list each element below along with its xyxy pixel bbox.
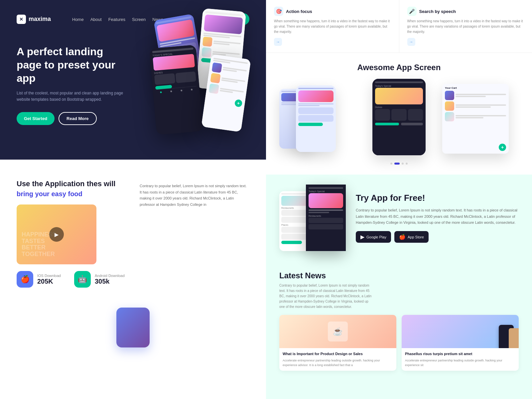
news-card-1: ☕ What is Important for Product Design o… xyxy=(279,315,396,371)
download-stats: 🍎 IOS Download 205K 🤖 Android Download 3… xyxy=(17,271,126,288)
ios-download: 🍎 IOS Download 205K xyxy=(17,271,61,288)
read-more-button[interactable]: Read More xyxy=(59,112,96,125)
google-play-icon: ▶ xyxy=(360,234,364,240)
search-by-speech-icon: 🎤 xyxy=(407,7,417,16)
android-icon: 🤖 xyxy=(74,271,91,288)
news-title: Latest News xyxy=(279,271,519,280)
ios-label: IOS Download xyxy=(37,274,61,278)
try-content: Try App for Free! Contrary to popular be… xyxy=(356,193,519,243)
action-focus-arrow[interactable]: → xyxy=(274,38,282,46)
ios-count: 205K xyxy=(37,278,61,285)
hero-section: ✕ maxima Home About Features Screen News… xyxy=(0,0,266,160)
news-card-2-title: Phasellus risus turpis pretium sit amet xyxy=(405,351,515,356)
awesome-title: Awesome App Screen xyxy=(279,63,519,72)
news-section: Latest News Contrary to popular belief, … xyxy=(266,261,532,399)
dot-2-active[interactable] xyxy=(394,163,400,165)
action-focus-desc: When something new happens, turn it into… xyxy=(274,19,391,35)
app-description: Contrary to popular belief, Lorem Ipsum … xyxy=(140,183,249,208)
left-panel: ✕ maxima Home About Features Screen News… xyxy=(0,0,266,399)
right-panel: 🎯 Action focus When something new happen… xyxy=(266,0,532,399)
ios-info: IOS Download 205K xyxy=(37,274,61,285)
search-by-speech-desc: When something new happens, turn it into… xyxy=(407,19,524,35)
logo-icon: ✕ xyxy=(17,15,26,24)
news-card-2-desc: Accelerate entrepreneur partnership lead… xyxy=(405,358,515,367)
search-by-speech-arrow[interactable]: → xyxy=(407,38,415,46)
news-card-1-image: ☕ xyxy=(279,315,396,348)
news-card-2-image xyxy=(402,315,519,348)
dot-4[interactable] xyxy=(406,163,408,165)
app-store-label: App Store xyxy=(408,235,424,239)
showcase-phone-left xyxy=(296,85,336,152)
action-focus-title: Action focus xyxy=(286,9,312,14)
bottom-phone-preview xyxy=(0,301,266,347)
showcase-phone-center: Today's Special Dishes xyxy=(372,79,426,155)
get-started-button[interactable]: Get Started xyxy=(17,112,55,125)
hero-content: A perfect landing page to preset your ap… xyxy=(17,45,130,125)
dot-3[interactable] xyxy=(402,163,404,165)
try-title: Try App for Free! xyxy=(356,193,519,203)
awesome-section: Awesome App Screen xyxy=(266,53,532,175)
nav-home[interactable]: Home xyxy=(72,17,84,22)
news-card-1-desc: Accelerate entrepreneur partnership lead… xyxy=(283,358,393,367)
showcase-phone-right: Your Cart xyxy=(442,84,509,154)
action-focus-icon: 🎯 xyxy=(274,7,283,16)
store-buttons: ▶ Google Play 🍎 App Store xyxy=(356,231,519,243)
video-thumbnail[interactable]: HAPPINESSTASTESBETTERTOGETHER ▶ xyxy=(17,204,96,264)
android-download: 🤖 Android Download 305k xyxy=(74,271,125,288)
android-info: Android Download 305k xyxy=(95,274,125,285)
hero-phones: Today's Special Dishes xyxy=(133,7,266,160)
try-description: Contrary to popular belief, Lorem Ipsum … xyxy=(356,207,519,226)
mini-phone xyxy=(116,308,150,347)
apple-icon: 🍎 xyxy=(17,271,33,288)
app-title: Use the Application thes will xyxy=(17,180,126,188)
news-description: Contrary to popular belief, Lorem Ipsum … xyxy=(279,283,372,310)
news-card-2: Phasellus risus turpis pretium sit amet … xyxy=(402,315,519,371)
phone-mockup-3: Today's Special Dishes xyxy=(149,45,203,135)
carousel-dots xyxy=(279,163,519,165)
app-screens-showcase: Today's Special Dishes xyxy=(279,79,519,159)
hero-title: A perfect landing page to preset your ap… xyxy=(17,45,130,85)
nav-features[interactable]: Features xyxy=(108,17,125,22)
video-play-button[interactable]: ▶ xyxy=(49,227,64,242)
try-phone-front: Today's Special Restaurants xyxy=(306,185,346,251)
nav-about[interactable]: About xyxy=(90,17,102,22)
app-subtitle: bring your easy food xyxy=(17,190,126,198)
dot-1[interactable] xyxy=(390,163,392,165)
feature-card-action: 🎯 Action focus When something new happen… xyxy=(266,0,399,53)
logo: ✕ maxima xyxy=(17,15,51,24)
news-grid: ☕ What is Important for Product Design o… xyxy=(279,315,519,371)
app-section: Use the Application thes will bring your… xyxy=(0,160,266,301)
search-by-speech-title: Search by speech xyxy=(419,9,456,14)
brand-name: maxima xyxy=(29,16,51,23)
feature-cards: 🎯 Action focus When something new happen… xyxy=(266,0,532,53)
app-right: Contrary to popular belief, Lorem Ipsum … xyxy=(140,180,249,208)
feature-card-speech: 🎤 Search by speech When something new ha… xyxy=(399,0,532,53)
google-play-button[interactable]: ▶ Google Play xyxy=(356,231,391,243)
hero-buttons: Get Started Read More xyxy=(17,112,130,125)
app-store-icon: 🍎 xyxy=(399,234,406,240)
app-store-button[interactable]: 🍎 App Store xyxy=(394,231,429,243)
google-play-label: Google Play xyxy=(366,235,386,239)
hero-subtitle: List of the coolest, most popular and cl… xyxy=(17,90,130,103)
app-left: Use the Application thes will bring your… xyxy=(17,180,126,288)
try-app-section: Restaurants Places Today's Special Rest xyxy=(266,175,532,261)
android-label: Android Download xyxy=(95,274,125,278)
android-count: 305k xyxy=(95,278,125,285)
news-card-1-title: What is Important for Product Design or … xyxy=(283,351,393,356)
try-phones: Restaurants Places Today's Special Rest xyxy=(279,185,346,251)
